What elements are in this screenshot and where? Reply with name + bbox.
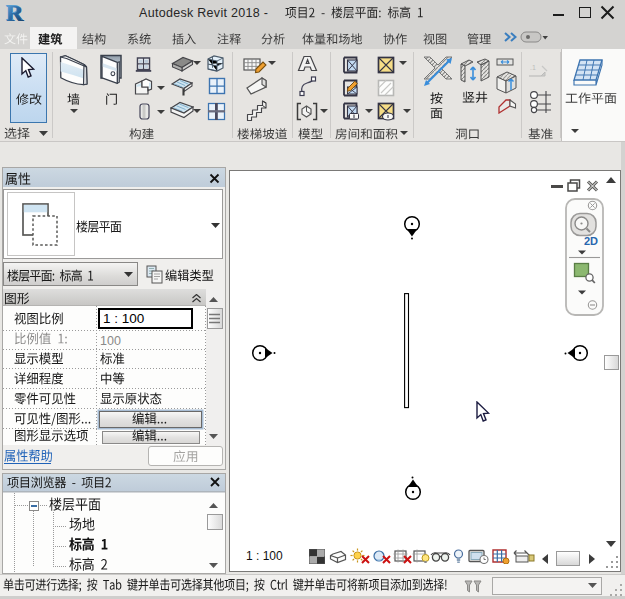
svg-text:.1: .1 — [530, 64, 536, 71]
svg-text:2D: 2D — [584, 235, 598, 247]
svg-text:R: R — [6, 1, 24, 25]
